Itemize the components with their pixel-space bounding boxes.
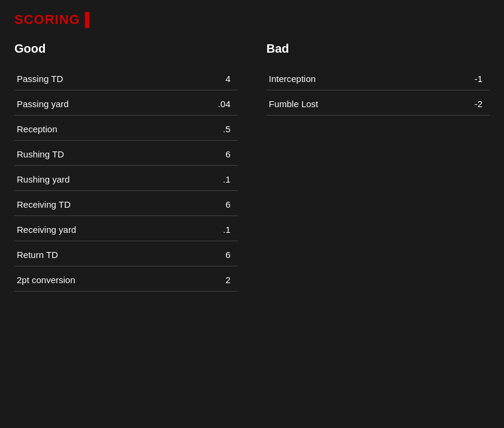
bad-column: Bad Interception -1 Fumble Lost -2 [262, 42, 490, 292]
title-text: SCORING [14, 12, 80, 27]
good-list-item: Return TD 6 [14, 241, 238, 266]
good-items-list: Passing TD 4 Passing yard .04 Reception … [14, 65, 238, 292]
good-item-label: Receiving TD [17, 199, 71, 210]
good-item-label: Passing yard [17, 99, 69, 109]
good-item-value: .1 [223, 174, 236, 184]
good-item-value: .5 [223, 124, 236, 134]
good-item-value: 4 [225, 74, 235, 84]
good-list-item: Rushing TD 6 [14, 141, 238, 166]
bad-items-list: Interception -1 Fumble Lost -2 [267, 65, 490, 116]
good-list-item: Passing yard .04 [14, 90, 238, 116]
bad-item-label: Fumble Lost [269, 99, 319, 109]
good-header: Good [14, 42, 238, 56]
bad-item-label: Interception [269, 74, 316, 84]
page-title: SCORING▐ [14, 12, 490, 28]
good-item-label: Rushing yard [17, 174, 70, 184]
bad-header: Bad [267, 42, 490, 56]
bad-item-value: -2 [475, 99, 487, 109]
good-item-value: 6 [225, 250, 235, 260]
good-item-value: 2 [225, 275, 235, 285]
good-item-value: 6 [225, 149, 235, 159]
good-item-label: Receiving yard [17, 224, 76, 235]
good-list-item: Reception .5 [14, 116, 238, 141]
good-item-value: .1 [223, 224, 236, 235]
good-item-value: .04 [218, 99, 236, 109]
good-item-label: Return TD [17, 250, 58, 260]
good-item-label: Rushing TD [17, 149, 64, 159]
title-accent: ▐ [80, 12, 90, 27]
good-item-value: 6 [225, 199, 235, 210]
bad-list-item: Interception -1 [267, 65, 490, 90]
good-item-label: 2pt conversion [17, 275, 76, 285]
good-list-item: Receiving yard .1 [14, 216, 238, 241]
bad-item-value: -1 [475, 74, 487, 84]
good-list-item: Passing TD 4 [14, 65, 238, 90]
bad-list-item: Fumble Lost -2 [267, 90, 490, 116]
good-item-label: Passing TD [17, 74, 63, 84]
good-column: Good Passing TD 4 Passing yard .04 Recep… [14, 42, 262, 292]
good-list-item: Rushing yard .1 [14, 166, 238, 191]
good-list-item: Receiving TD 6 [14, 191, 238, 216]
good-item-label: Reception [17, 124, 58, 134]
good-list-item: 2pt conversion 2 [14, 266, 238, 292]
